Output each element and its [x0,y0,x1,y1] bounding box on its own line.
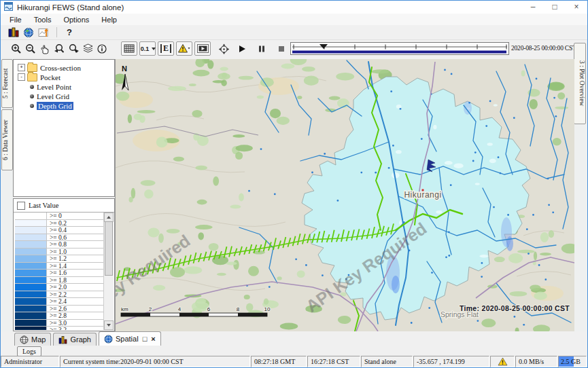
menu-tools[interactable]: Tools [28,16,58,24]
legend-label: >= 1.0 [47,249,103,255]
timeline-thumb[interactable] [319,44,328,49]
legend-swatch [15,249,47,255]
legend-row[interactable]: >= 3.2 [15,327,103,330]
menu-options[interactable]: Options [57,16,95,24]
tab-maximize-button[interactable]: □ [143,335,148,343]
legend-row[interactable]: >= 3.0 [15,320,103,327]
tab-map[interactable]: Map [14,333,51,346]
folder-icon [27,64,37,72]
timeline-date-label: 2020-08-25 00:00:00 CST [511,45,574,52]
tab-plot-overview[interactable]: 3 : Plot Overview [574,43,586,124]
tree-node-pocket[interactable]: - Pocket [18,73,114,81]
legend-list: >= 0>= 0.2>= 0.4>= 0.6>= 0.8>= 1.0>= 1.2… [15,213,103,330]
label-threshold-button[interactable]: 0.1 [139,41,156,56]
tree-node-label: Cross-section [40,64,81,72]
tree-node-level-point[interactable]: Level Point [30,82,114,91]
scroll-up-button[interactable] [104,213,114,222]
memory-label: 2.5 GB [559,358,581,365]
chevron-down-icon [152,48,156,50]
legend-panel: Last Value >= 0>= 0.2>= 0.4>= 0.6>= 0.8>… [13,198,115,331]
minimize-button[interactable]: – [522,1,544,14]
scale-tick: 10 [264,306,271,312]
scale-tick: 6 [207,306,211,312]
title-bar[interactable]: Hikurangi FEWS (Stand alone) – □ × [1,1,587,14]
timeline-slider[interactable] [290,42,509,55]
tree-node-label: Pocket [40,73,60,81]
info-button[interactable] [96,42,108,56]
maximize-button[interactable]: □ [544,1,566,14]
zoom-previous-button[interactable] [53,42,65,56]
chart-export-icon[interactable] [36,26,51,39]
legend-row[interactable]: >= 2.8 [15,312,103,320]
globe-icon[interactable] [21,26,36,39]
legend-swatch [15,298,47,305]
legend-row[interactable]: >= 0 [15,213,103,220]
database-icon[interactable] [6,26,21,39]
tab-map-label: Map [31,335,46,344]
stop-button[interactable] [275,42,288,56]
map-canvas[interactable]: Hikurangi Springs Flat API Key Required … [115,59,574,331]
legend-row[interactable]: >= 1.6 [15,270,103,277]
legend-row[interactable]: >= 2.6 [15,306,103,313]
legend-row[interactable]: >= 2.0 [15,284,103,291]
expand-icon[interactable]: + [18,64,25,71]
zoom-out-button[interactable] [24,42,37,56]
tab-forecast[interactable]: 5 : Forecast [1,59,13,108]
tab-data-viewer[interactable]: 6 : Data Viewer [1,109,13,170]
help-button[interactable]: ? [63,27,76,37]
close-button[interactable]: × [566,1,587,14]
scale-unit-label: km [121,306,128,312]
zoom-in-button[interactable] [10,42,22,56]
legend-toggle-button[interactable]: E [158,41,174,56]
legend-label: >= 0.6 [47,234,103,241]
legend-row[interactable]: >= 1.8 [15,277,103,284]
legend-scrollbar[interactable] [103,213,114,330]
status-mode: Stand alone [361,356,413,367]
zoom-next-button[interactable] [67,42,80,56]
pan-hand-icon[interactable] [39,42,51,56]
logs-button[interactable]: Logs [17,346,41,356]
pause-button[interactable] [256,42,268,56]
legend-row[interactable]: >= 0.6 [15,234,103,242]
layers-icon[interactable] [82,42,94,56]
scrollbar-thumb[interactable] [105,221,113,276]
movie-player-button[interactable] [194,41,211,56]
legend-row[interactable]: >= 0.4 [15,227,103,234]
map-toolbar: 0.1 E [1,39,290,58]
time-navigator-icon[interactable] [218,42,230,56]
legend-row[interactable]: >= 1.4 [15,263,103,270]
tree-node-level-grid[interactable]: Level Grid [30,92,114,100]
app-icon [4,2,13,12]
legend-row[interactable]: >= 0.2 [15,220,103,227]
grid-toggle-button[interactable] [121,41,137,56]
status-download-rate: 0.0 MB/s [515,356,557,367]
tree-node-cross-section[interactable]: + Cross-section [18,63,114,72]
legend-row[interactable]: >= 2.4 [15,298,103,306]
legend-label: >= 1.8 [47,277,103,284]
legend-row[interactable]: >= 1.0 [15,249,103,256]
collapse-icon[interactable]: - [18,73,25,81]
menu-help[interactable]: Help [95,16,123,24]
north-label: N [122,65,127,73]
legend-row[interactable]: >= 1.2 [15,255,103,263]
last-value-checkbox[interactable] [17,202,25,210]
menu-file[interactable]: File [3,16,28,24]
tab-spatial[interactable]: Spatial □ × [99,331,161,346]
legend-swatch [15,220,47,227]
legend-label: >= 2.2 [47,291,103,298]
tree-node-depth-grid[interactable]: Depth Grid [30,101,114,110]
legend-row[interactable]: >= 0.8 [15,241,103,249]
warning-dropdown-button[interactable] [176,41,192,56]
tab-close-button[interactable]: × [151,335,155,343]
legend-row[interactable]: >= 2.2 [15,291,103,299]
legend-label: >= 2.6 [47,306,103,312]
tab-graph[interactable]: Graph [53,333,97,346]
legend-swatch [15,227,47,234]
legend-swatch [15,255,47,262]
scroll-down-button[interactable] [104,320,114,330]
play-button[interactable] [236,42,248,56]
legend-label: >= 1.6 [47,270,103,276]
layer-tree-panel: + Cross-section - Pocket Level Point Lev… [13,59,115,197]
legend-label: >= 3.2 [47,327,103,330]
status-warning-icon[interactable] [490,356,515,367]
